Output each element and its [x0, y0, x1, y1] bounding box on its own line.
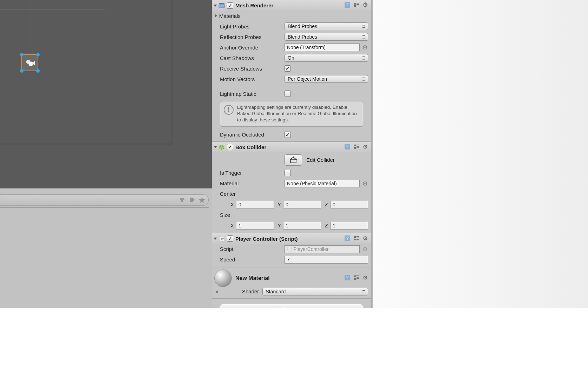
svg-line-45	[290, 157, 293, 159]
svg-text:?: ?	[346, 2, 349, 7]
help-icon[interactable]: ?	[344, 274, 351, 282]
filter-by-type-icon[interactable]	[179, 197, 186, 204]
lightmap-static-checkbox[interactable]	[285, 91, 291, 97]
svg-point-25	[365, 4, 366, 5]
reflection-probes-label: Reflection Probes	[220, 34, 285, 40]
foldout-toggle[interactable]	[214, 238, 217, 240]
svg-point-9	[28, 61, 33, 66]
object-picker-icon[interactable]	[362, 180, 368, 187]
selected-object-gizmo[interactable]	[21, 54, 38, 71]
foldout-toggle[interactable]	[214, 146, 217, 148]
axis-x-label: X	[229, 201, 234, 207]
scene-canvas-outline	[0, 0, 172, 144]
component-header-player-controller[interactable]: C# Player Controller (Script) ?	[212, 233, 371, 244]
svg-rect-65	[354, 275, 356, 277]
lightmap-static-label: Lightmap Static	[220, 91, 285, 97]
svg-rect-23	[357, 6, 359, 6]
svg-rect-20	[354, 5, 356, 7]
cropped-bottom-area	[0, 308, 588, 386]
speed-label: Speed	[220, 257, 285, 262]
materials-foldout[interactable]	[215, 14, 217, 18]
component-header-mesh-renderer[interactable]: Mesh Renderer ?	[212, 0, 371, 11]
receive-shadows-label: Receive Shadows	[220, 66, 285, 72]
anchor-override-field[interactable]: None (Transform)	[285, 44, 360, 51]
component-mesh-renderer: Mesh Renderer ? Materials Light Probes B…	[212, 0, 371, 142]
dynamic-occluded-checkbox[interactable]	[285, 132, 291, 138]
shader-label: Shader	[242, 288, 259, 294]
physic-material-field[interactable]: None (Physic Material)	[285, 180, 360, 187]
script-value: PlayerController	[293, 246, 328, 252]
help-icon[interactable]: ?	[344, 235, 351, 242]
svg-point-13	[181, 200, 183, 202]
camera-icon	[22, 55, 38, 71]
light-probes-label: Light Probes	[220, 24, 285, 29]
svg-point-40	[365, 146, 366, 147]
svg-rect-69	[357, 278, 359, 279]
foldout-toggle[interactable]	[214, 5, 217, 7]
preset-icon[interactable]	[353, 235, 360, 242]
center-z-field[interactable]: 0	[330, 201, 368, 208]
size-label: Size	[220, 212, 285, 218]
receive-shadows-checkbox[interactable]	[285, 65, 291, 72]
component-title: Player Controller (Script)	[235, 236, 342, 242]
favorite-star-icon[interactable]	[198, 197, 205, 204]
svg-rect-16	[219, 3, 224, 4]
size-z-field[interactable]: 1	[330, 222, 368, 229]
shader-dropdown[interactable]: Standard	[262, 288, 368, 295]
edit-collider-button[interactable]	[285, 154, 302, 166]
svg-text:?: ?	[346, 275, 349, 280]
preset-icon[interactable]	[353, 274, 360, 282]
component-header-box-collider[interactable]: Box Collider ?	[212, 142, 371, 152]
scene-view[interactable]	[0, 0, 212, 188]
preset-icon[interactable]	[353, 144, 360, 151]
svg-point-59	[365, 238, 366, 239]
help-icon[interactable]: ?	[344, 2, 351, 9]
object-picker-icon[interactable]	[362, 44, 368, 51]
component-box-collider: Box Collider ? Edit Collider Is Trigger …	[212, 142, 371, 233]
preset-icon[interactable]	[353, 2, 360, 9]
size-x-field[interactable]: 1	[236, 222, 274, 229]
center-y-field[interactable]: 0	[283, 201, 321, 208]
gear-icon[interactable]	[362, 2, 369, 9]
physic-material-label: Material	[220, 180, 285, 186]
cast-shadows-dropdown[interactable]: On	[285, 54, 368, 62]
svg-point-11	[180, 198, 182, 200]
size-vector-row: X1 Y1 Z1	[212, 220, 371, 231]
gear-icon[interactable]	[362, 274, 369, 282]
lightmap-info-text: Lightmapping settings are currently disa…	[237, 104, 359, 124]
help-icon[interactable]: ?	[344, 144, 351, 151]
svg-rect-55	[357, 236, 359, 237]
component-material: New Material ? ▶ Shader Standard	[212, 267, 371, 299]
mesh-renderer-icon	[218, 2, 225, 9]
light-probes-dropdown[interactable]: Blend Probes	[285, 22, 368, 30]
material-title: New Material	[235, 275, 341, 281]
component-enabled-checkbox[interactable]	[227, 235, 233, 242]
filter-by-label-icon[interactable]	[189, 197, 196, 204]
axis-x-label: X	[229, 222, 234, 228]
axis-z-label: Z	[323, 222, 328, 228]
motion-vectors-label: Motion Vectors	[220, 76, 285, 82]
svg-text:C#: C#	[220, 237, 224, 241]
material-foldout[interactable]: ▶	[216, 289, 219, 294]
is-trigger-checkbox[interactable]	[285, 170, 291, 176]
svg-rect-19	[354, 3, 356, 5]
gear-icon[interactable]	[362, 144, 369, 151]
speed-field[interactable]: 7	[285, 256, 368, 264]
motion-vectors-dropdown[interactable]: Per Object Motion	[285, 75, 368, 83]
project-search-bar	[0, 194, 209, 206]
dynamic-occluded-label: Dynamic Occluded	[220, 132, 285, 138]
edit-collider-label: Edit Collider	[306, 157, 335, 163]
empty-right-pane	[373, 0, 588, 308]
svg-rect-54	[354, 239, 356, 240]
object-picker-icon[interactable]	[362, 246, 368, 252]
axis-y-label: Y	[276, 222, 281, 228]
center-x-field[interactable]: 0	[236, 201, 274, 208]
lightmap-info-box: ! Lightmapping settings are currently di…	[220, 101, 363, 127]
size-y-field[interactable]: 1	[283, 222, 321, 229]
component-enabled-checkbox[interactable]	[227, 2, 233, 9]
svg-rect-38	[357, 147, 359, 148]
component-enabled-checkbox[interactable]	[227, 144, 233, 150]
gear-icon[interactable]	[362, 235, 369, 242]
svg-rect-66	[354, 278, 356, 280]
reflection-probes-dropdown[interactable]: Blend Probes	[285, 33, 368, 41]
